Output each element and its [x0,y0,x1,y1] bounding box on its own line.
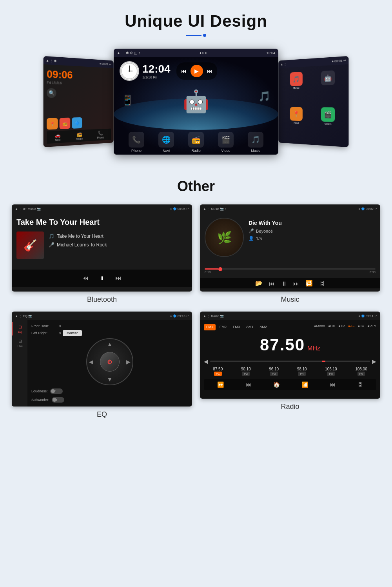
music-prev-button[interactable]: ⏮ [269,280,275,287]
right-app-android[interactable]: 🤖 [313,70,343,104]
prev-button[interactable]: ⏮ [181,68,187,74]
center-app-music[interactable]: 🎵 Music [248,132,263,153]
radio-tab-am2[interactable]: AM2 [258,324,270,330]
eq-front-rear-value: 0 [59,324,61,328]
eq-loudness-value: Off [51,390,56,393]
right-app-music[interactable]: 🎵 Music [283,71,310,104]
center-music-icon: 🎵 [248,132,263,148]
music-status-left: ▲ ⋮ Music 📷 ↑ [203,207,227,211]
eq-loudness-toggle[interactable]: Off [50,388,63,394]
right-screen-panel: ▲ ⋮ ♦ 00:01 ↩ 🎵 Music 🤖 📍 Navi 🎬 [278,56,348,148]
center-app-radio[interactable]: 📻 Radio [188,132,204,153]
eq-arrow-left: ◀ [89,359,93,365]
bt-next-button[interactable]: ⏭ [115,275,122,282]
center-app-video[interactable]: 🎬 Video [218,132,234,153]
eq-arrow-up: ▲ [107,341,113,347]
nav-item-radio[interactable]: 📻 Radio [76,131,83,140]
right-app-video[interactable]: 🎬 Video [313,107,343,142]
radio-eq-button[interactable]: 🎛 [358,381,363,388]
right-android-icon: 🤖 [321,70,335,85]
preset-p2[interactable]: 90.10 P2 [241,367,251,376]
svg-point-3 [129,70,130,72]
center-radio-icon: 📻 [188,132,204,148]
left-search-button[interactable]: 🔍 [47,88,56,98]
android-robot-icon: 🤖 [183,89,210,114]
radio-wifi-button[interactable]: 📶 [301,381,308,388]
eq-center-button[interactable]: Center [63,330,82,336]
eq-left-right-label: Left Right: [31,331,57,335]
bt-status-left: ▲ ⋮ BT Music 📷 [15,207,41,211]
preset-p6[interactable]: 108.00 P6 [355,367,367,376]
tuner-left-icon[interactable]: ◀ [204,358,208,365]
eq-arrow-down: ▼ [107,376,113,383]
radio-tabs: FM1 FM2 FM3 AM1 AM2 ●Mono ●DX ●TP ●AF ●T… [204,324,376,330]
music-repeat-button[interactable]: 🔁 [305,280,313,287]
eq-label: EQ [97,410,107,419]
bt-play-button[interactable]: ⏸ [96,273,107,284]
right-video-label: Video [325,122,332,126]
eq-left-right-value: 0 [59,331,61,335]
right-apps-grid: 🎵 Music 🤖 📍 Navi 🎬 Video [281,68,345,144]
center-app-phone[interactable]: 📞 Phone [129,132,144,153]
center-navi-icon: 🌐 [158,132,174,148]
radio-unit: MHz [307,345,320,352]
radio-next-button[interactable]: ⏭ [330,381,336,388]
tuner-bar-container[interactable] [210,361,370,362]
underline-bar [186,35,201,36]
right-navi-label: Navi [294,122,299,124]
artist-icon: 🎤 [49,242,54,248]
center-video-label: Video [221,149,230,153]
center-app-navi[interactable]: 🌐 Navi [158,132,174,153]
eq-status-right: ♦ 🔷 09:13 ↩ [170,314,189,318]
radio-prev-button[interactable]: ⏮ [246,381,251,388]
center-phone-label: Phone [131,149,142,153]
play-button[interactable]: ▶ [191,65,203,77]
radio-tab-fm1[interactable]: FM1 [204,324,216,330]
preset-p4[interactable]: 98.10 P4 [297,367,307,376]
nav-item-phone[interactable]: 📞 Phone [97,130,104,139]
progress-bar[interactable] [205,268,376,270]
eq-subwoofer-toggle[interactable]: Off [52,397,64,403]
app-icon-radio[interactable]: 📻 [60,118,71,129]
right-music-icon: 🎵 [290,72,303,86]
eq-subwoofer-value: Off [53,399,57,401]
radio-tab-fm2[interactable]: FM2 [217,324,229,330]
music-eq-button[interactable]: 🎛 [319,280,325,287]
music-note-icon: 🎵 [258,91,270,102]
eq-loudness-row: Loudness: Off [31,388,188,394]
eq-joystick[interactable]: ▲ ▼ ◀ ▶ ⚙ [86,338,133,385]
tuner-right-icon[interactable]: ▶ [372,358,376,365]
center-visual-area: 🤖 🎵 📱 [114,85,278,130]
music-next-button[interactable]: ⏭ [293,280,299,287]
eq-front-rear-label: Front Rear: [31,324,57,328]
music-folder-button[interactable]: 📂 [255,280,263,287]
radio-tab-fm3[interactable]: FM3 [230,324,242,330]
eq-sidebar-fab[interactable]: ⊟ FAB [12,336,27,350]
header-section: Unique UI Design [0,0,392,45]
radio-tab-am1[interactable]: AM1 [244,324,256,330]
app-icon-bluetooth[interactable]: 🔷 [72,117,82,129]
radio-list-button[interactable]: ⏩ [217,381,224,388]
preset-p3[interactable]: 96.10 P3 [269,367,279,376]
main-title: Unique UI Design [0,12,392,31]
title-underline [0,34,392,37]
center-apps-row: 📞 Phone 🌐 Navi 📻 Radio 🎬 Video 🎵 [114,130,278,155]
eq-sidebar: ⊟ EQ ⊟ FAB [12,320,27,407]
app-icon-maps[interactable]: 📍 [47,118,58,129]
preset-p5[interactable]: 106.10 P5 [325,367,337,376]
radio-status-right: ♦ 🔷 09:11 ↩ [358,314,377,318]
right-app-navi[interactable]: 📍 Navi [283,107,310,139]
ui-display-section: ▲ ⋮ ✱ ♦ 00:01 ↩ 09:06 Fri 1/1/16 🔍 📍 📻 🔷… [0,45,392,170]
center-status-right: 12:04 [266,51,275,55]
bt-controls: ⏮ ⏸ ⏭ [12,270,192,287]
music-screen: ▲ ⋮ Music 📷 ↑ ♦ 🔷 00:02 ↩ 🌿 Die With You… [200,204,380,292]
music-play-button[interactable]: ⏸ [281,280,287,287]
eq-sidebar-eq[interactable]: ⊟ EQ [12,322,27,335]
time-elapsed: 0:18 [205,270,211,274]
music-screen-card: ▲ ⋮ Music 📷 ↑ ♦ 🔷 00:02 ↩ 🌿 Die With You… [200,204,380,304]
next-button[interactable]: ⏭ [207,68,212,74]
preset-p1[interactable]: 87.50 P1 [213,367,223,376]
radio-home-button[interactable]: 🏠 [273,381,280,388]
bt-prev-button[interactable]: ⏮ [82,275,89,282]
nav-item-navi[interactable]: 🚗 Navi [55,132,61,142]
